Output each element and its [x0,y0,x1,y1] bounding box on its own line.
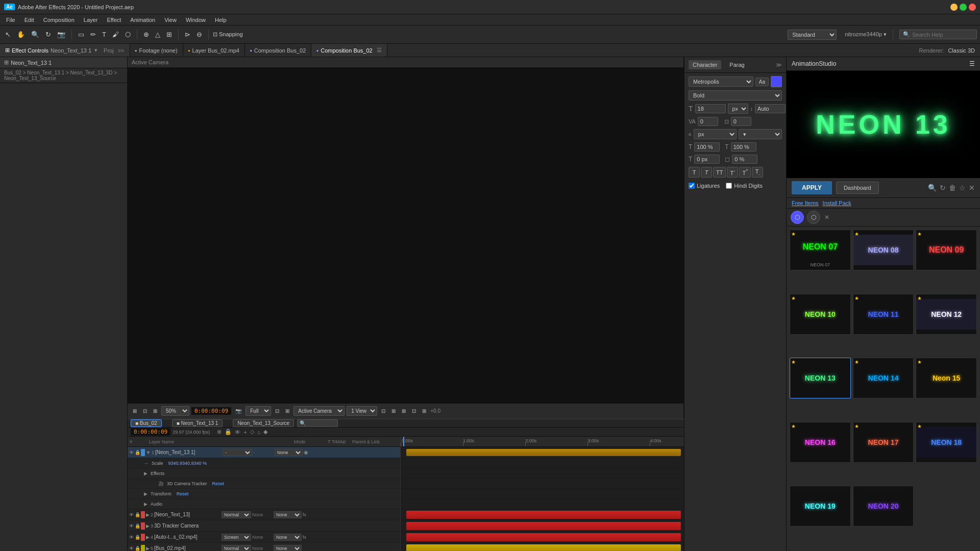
menu-help[interactable]: Help [211,16,231,24]
neon-item-15[interactable]: ★ Neon 15 [916,358,977,398]
panel-refresh-icon[interactable]: ↻ [940,184,946,192]
transform-expand[interactable]: ▶ [144,491,148,496]
layer5-vis[interactable]: 👁 [129,546,134,551]
neon-item-07[interactable]: ★ NEON 07 NEON 07 [790,230,851,270]
layer2-vis[interactable]: 👁 [129,512,134,517]
viewer-toggle1[interactable]: ⊡ [273,407,281,415]
effects-expand[interactable]: ▶ [144,471,148,476]
tl-tab-bus02[interactable]: ■ Bus_02 [131,419,162,427]
neon-item-18[interactable]: ★ NEON 18 [916,422,977,463]
font-weight-select[interactable]: Bold Regular Italic [689,90,782,101]
comp2-menu[interactable]: ☰ [377,47,382,54]
menu-effect[interactable]: Effect [103,16,125,24]
layer4-parent-select[interactable]: None [274,534,302,541]
units-select1[interactable]: px [694,129,737,139]
tl-view-btn[interactable]: 👁 [234,428,241,436]
tl-marker-btn[interactable]: ⊕ [216,428,223,436]
tracking-input[interactable] [698,117,718,126]
layer2-lock[interactable]: 🔒 [135,512,140,517]
font-unit-select[interactable]: px pt [728,104,748,114]
panel-close-icon[interactable]: ✕ [969,184,975,192]
neon-item-17[interactable]: ★ NEON 17 [853,422,914,463]
dashboard-button[interactable]: Dashboard [836,182,879,194]
layer2-expand[interactable]: ▶ [146,512,150,517]
effect-controls-tab[interactable]: ⊞ Effect Controls Neon_Text_13 1 ▾ Proj … [0,44,130,57]
tl-add-btn[interactable]: + [242,428,248,436]
style-italic[interactable]: T [701,167,712,178]
metrics-input[interactable] [731,117,751,126]
tool-zoom[interactable]: 🔍 [29,30,41,39]
layer4-expand[interactable]: ▶ [146,535,150,540]
layer1-parent-select[interactable]: None [275,449,303,456]
viewer-safe-btn[interactable]: ⊡ [141,407,149,415]
neon-item-10[interactable]: ★ NEON 10 [790,294,851,335]
layer1-lock[interactable]: 🔒 [135,450,140,455]
viewer-rulers-btn[interactable]: ⊞ [151,407,159,415]
layer5-expand[interactable]: ▶ [146,546,150,551]
filter-btn-1[interactable]: ⬡ [791,211,804,224]
vscale-input[interactable] [731,142,756,152]
3dcamera-reset[interactable]: Reset [212,481,225,486]
viewer-canvas[interactable] [128,68,683,403]
layer1-expand[interactable]: ▼ [146,450,151,455]
ligatures-checkbox[interactable] [689,183,695,189]
style-tcap[interactable]: T^ [739,167,751,178]
layer4-vis[interactable]: 👁 [129,535,134,540]
layer3-vis[interactable]: 👁 [129,523,134,529]
tsume-input[interactable] [732,155,757,164]
layer5-lock[interactable]: 🔒 [135,546,140,551]
tool-select[interactable]: ↖ [3,30,13,39]
tool-camera[interactable]: 📷 [55,30,67,39]
layer3-expand[interactable]: ▶ [146,523,150,529]
viewer-btn3[interactable]: ⊞ [400,407,408,415]
tool-text[interactable]: T [100,30,108,39]
baseline-input[interactable] [694,155,720,164]
layer4-lock[interactable]: 🔒 [135,535,140,540]
workspace-select[interactable]: Default Learn Standard Small Screen [788,30,837,40]
zoom-select[interactable]: 50% 100% [161,406,189,416]
char-tab-character[interactable]: Character [689,60,721,69]
text-color-swatch[interactable] [771,76,782,87]
maximize-btn[interactable] [960,4,967,11]
neon-item-16[interactable]: ★ NEON 16 [790,422,851,463]
tool-puppet[interactable]: ⊕ [141,30,151,39]
comp-tab1[interactable]: ▪ Composition Bus_02 [245,44,311,57]
neon-item-19[interactable]: NEON 19 [790,486,851,527]
tl-graph-btn[interactable]: ◇ [249,428,255,436]
tool-rotate[interactable]: ↻ [43,30,53,39]
panel-delete-icon[interactable]: 🗑 [949,184,956,192]
neon-item-14[interactable]: ★ NEON 14 [853,358,914,398]
timeline-search[interactable] [297,419,338,427]
tool-pen[interactable]: ✏ [88,30,98,39]
tl-tab-source[interactable]: Neon_Text_13_Source [233,419,294,427]
tl-lock-btn[interactable]: 🔒 [224,428,233,436]
tool-rect[interactable]: ▭ [76,30,86,39]
viewer-toggle2[interactable]: ⊞ [283,407,291,415]
viewer-btn2[interactable]: ⊞ [389,407,398,415]
audio-expand[interactable]: ▶ [144,502,148,507]
panel-search-icon[interactable]: 🔍 [928,184,937,192]
close-btn[interactable] [969,4,976,11]
menu-layer[interactable]: Layer [80,16,102,24]
tool-stamp[interactable]: ⬡ [123,30,133,39]
layer1-solo[interactable]: ◉ [304,449,308,455]
tool-align[interactable]: ⊞ [164,30,174,39]
style-tsub[interactable]: T. [752,167,763,178]
footage-tab[interactable]: ▪ Footage (none) [130,44,183,57]
tool-roto[interactable]: ⊖ [194,30,204,39]
tl-tab-neon[interactable]: ■ Neon_Text_13 1 [172,419,223,427]
units-select2[interactable]: ▾ [739,129,782,139]
neon-item-08[interactable]: ★ NEON 08 [853,230,914,270]
layer2-mode-select[interactable]: Normal [222,511,251,518]
neon-item-12[interactable]: ★ NEON 12 [916,294,977,335]
tool-hand[interactable]: ✋ [15,30,27,39]
filter-btn-2[interactable]: ⬡ [807,211,820,224]
menu-animation[interactable]: Animation [126,16,159,24]
leading-input[interactable] [755,104,786,113]
free-items-link[interactable]: Free Items [792,200,819,206]
minimize-btn[interactable] [950,4,958,11]
char-panel-menu[interactable]: ≫ [776,62,782,68]
layer2-parent-select[interactable]: None [274,511,302,518]
search-help-input[interactable] [912,32,973,38]
layer1-vis[interactable]: 👁 [129,450,134,455]
